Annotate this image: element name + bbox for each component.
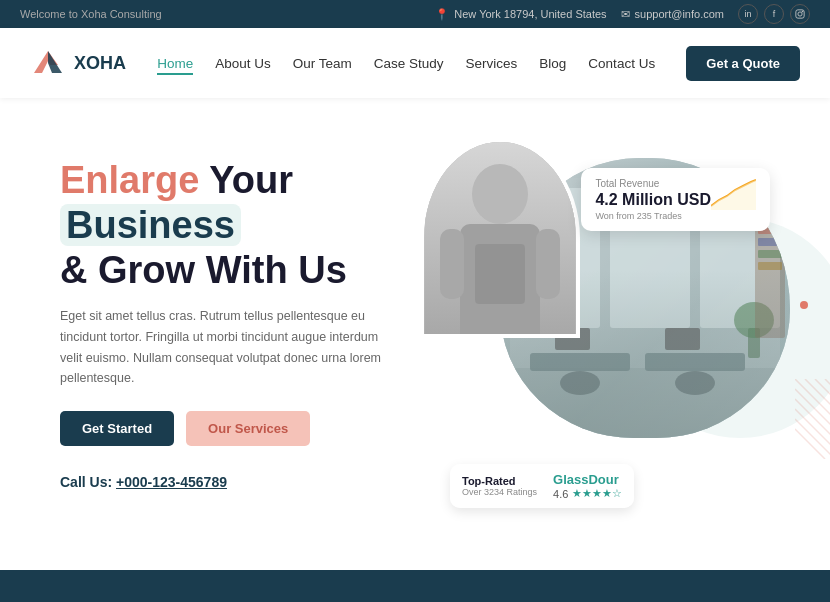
person-image (420, 138, 580, 338)
svg-rect-23 (665, 328, 700, 350)
revenue-value: 4.2 Million USD (595, 191, 711, 209)
hero-buttons: Get Started Our Services (60, 411, 410, 446)
toprated-sub: Over 3234 Ratings (462, 487, 537, 497)
nav-home-link[interactable]: Home (157, 56, 193, 75)
get-quote-button[interactable]: Get a Quote (686, 46, 800, 81)
svg-rect-30 (758, 262, 782, 270)
hero-title: Enlarge Your Business & Grow With Us (60, 158, 410, 292)
nav-team-link[interactable]: Our Team (293, 56, 352, 71)
navbar: XOHA Home About Us Our Team Case Study S… (0, 28, 830, 98)
toprated-label: Top-Rated (462, 475, 537, 487)
email-icon: ✉ (621, 8, 630, 21)
nav-case-link[interactable]: Case Study (374, 56, 444, 71)
nav-contact-link[interactable]: Contact Us (588, 56, 655, 71)
svg-point-7 (472, 164, 528, 224)
glassdour-rating: 4.6 (553, 488, 568, 500)
revenue-sub: Won from 235 Trades (595, 211, 711, 221)
logo-icon (30, 45, 66, 81)
revenue-card: Total Revenue 4.2 Million USD Won from 2… (581, 168, 770, 231)
facebook-icon[interactable]: f (764, 4, 784, 24)
hero-title-business: Business (60, 203, 241, 248)
svg-rect-19 (645, 353, 745, 371)
toprated-card: Top-Rated Over 3234 Ratings GlassDour 4.… (450, 464, 634, 508)
person-inner (424, 142, 576, 334)
our-services-button[interactable]: Our Services (186, 411, 310, 446)
hero-description: Eget sit amet tellus cras. Rutrum tellus… (60, 306, 400, 389)
topbar: Welcome to Xoha Consulting 📍 New York 18… (0, 0, 830, 28)
email-text: support@info.com (635, 8, 724, 20)
svg-rect-10 (536, 229, 560, 299)
svg-rect-9 (440, 229, 464, 299)
nav-about[interactable]: About Us (215, 54, 271, 72)
nav-services-link[interactable]: Services (466, 56, 518, 71)
rating-stars: ★★★★☆ (572, 487, 622, 500)
call-us-section: Call Us: +000-123-456789 (60, 474, 410, 490)
nav-blog[interactable]: Blog (539, 54, 566, 72)
nav-blog-link[interactable]: Blog (539, 56, 566, 71)
logo-text: XOHA (74, 53, 126, 74)
nav-links: Home About Us Our Team Case Study Servic… (157, 54, 655, 72)
logo[interactable]: XOHA (30, 45, 126, 81)
location-icon: 📍 (435, 8, 449, 21)
svg-point-1 (798, 12, 802, 16)
svg-rect-28 (758, 238, 782, 246)
topbar-right: 📍 New York 18794, United States ✉ suppor… (435, 4, 810, 24)
svg-rect-11 (475, 244, 525, 304)
footer-bar (0, 570, 830, 602)
call-us-label: Call Us: (60, 474, 112, 490)
svg-rect-18 (530, 353, 630, 371)
call-us-number[interactable]: +000-123-456789 (116, 474, 227, 490)
hero-title-enlarge: Enlarge (60, 159, 199, 201)
toprated-right: GlassDour 4.6 ★★★★☆ (553, 472, 622, 500)
get-started-button[interactable]: Get Started (60, 411, 174, 446)
svg-rect-29 (758, 250, 782, 258)
welcome-text: Welcome to Xoha Consulting (20, 8, 162, 20)
location-text: New York 18794, United States (454, 8, 606, 20)
nav-contact[interactable]: Contact Us (588, 54, 655, 72)
location-info: 📍 New York 18794, United States (435, 8, 606, 21)
scroll-indicator (800, 301, 808, 309)
svg-marker-4 (48, 51, 62, 73)
revenue-label: Total Revenue (595, 178, 711, 189)
svg-point-2 (802, 11, 803, 12)
linkedin-icon[interactable]: in (738, 4, 758, 24)
toprated-left: Top-Rated Over 3234 Ratings (462, 475, 537, 497)
svg-point-20 (560, 371, 600, 395)
instagram-icon[interactable] (790, 4, 810, 24)
hero-text-block: Enlarge Your Business & Grow With Us Ege… (60, 138, 410, 490)
svg-point-21 (675, 371, 715, 395)
nav-home[interactable]: Home (157, 54, 193, 72)
nav-case[interactable]: Case Study (374, 54, 444, 72)
svg-rect-26 (755, 218, 785, 338)
svg-point-25 (734, 302, 774, 338)
svg-line-33 (815, 379, 830, 439)
social-links: in f (738, 4, 810, 24)
svg-rect-13 (500, 368, 790, 438)
hero-section: Enlarge Your Business & Grow With Us Ege… (0, 98, 830, 570)
hero-images: Total Revenue 4.2 Million USD Won from 2… (410, 138, 790, 518)
email-info: ✉ support@info.com (621, 8, 724, 21)
decorative-lines (795, 379, 830, 463)
nav-team[interactable]: Our Team (293, 54, 352, 72)
nav-services[interactable]: Services (466, 54, 518, 72)
revenue-chart (711, 178, 756, 210)
svg-rect-24 (748, 328, 760, 358)
hero-title-line3: & Grow With Us (60, 249, 347, 291)
hero-title-business-text: Business (60, 204, 241, 246)
glassdour-brand: GlassDour (553, 472, 622, 487)
hero-title-your: Your (199, 159, 293, 201)
nav-about-link[interactable]: About Us (215, 56, 271, 71)
